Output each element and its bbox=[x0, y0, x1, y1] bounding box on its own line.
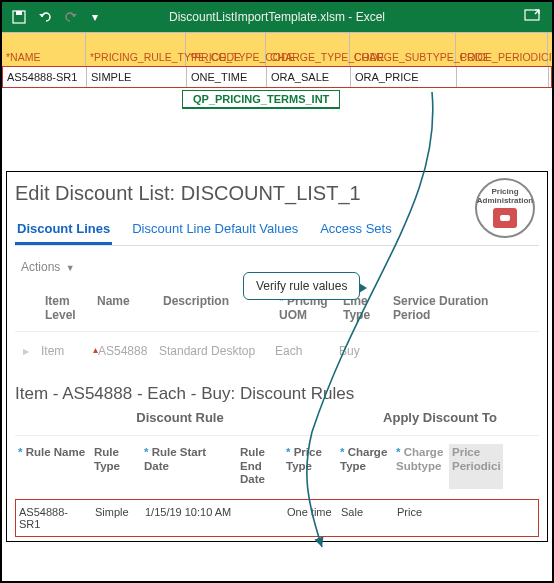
col-pricing-rule-type: *PRICING_RULE_TYPE_CODE bbox=[86, 33, 186, 66]
tab-access-sets[interactable]: Access Sets bbox=[318, 215, 394, 245]
qat-dropdown-icon[interactable]: ▾ bbox=[92, 10, 98, 24]
gc-pricing-uom: Each bbox=[271, 342, 335, 360]
excel-sheet-tabs: QP_PRICING_TERMS_INT bbox=[2, 90, 552, 109]
redo-icon[interactable] bbox=[62, 8, 80, 26]
undo-icon[interactable] bbox=[36, 8, 54, 26]
actions-label: Actions bbox=[21, 260, 60, 274]
excel-titlebar: ▾ DiscountListImportTemplate.xlsm - Exce… bbox=[2, 2, 552, 32]
rh-charge-subtype: * Charge Subtype bbox=[393, 444, 449, 489]
excel-data-row[interactable]: AS54888-SR1 SIMPLE ONE_TIME ORA_SALE ORA… bbox=[2, 66, 552, 88]
page-title: Edit Discount List: DISCOUNT_LIST_1 bbox=[15, 182, 539, 205]
verify-callout: Verify rule values bbox=[243, 272, 360, 300]
cell-charge-subtype[interactable]: ORA_PRICE bbox=[351, 67, 457, 87]
lines-grid-row[interactable]: ▸ Item ▴AS54888 Standard Desktop Each Bu… bbox=[15, 332, 539, 370]
col-charge-type: CHARGE_TYPE_CODE bbox=[266, 33, 350, 66]
sheet-tab-qp-pricing-terms[interactable]: QP_PRICING_TERMS_INT bbox=[182, 90, 340, 109]
cell-price-periodicity[interactable] bbox=[457, 67, 549, 87]
rh-rule-type: Rule Type bbox=[91, 444, 141, 489]
rh-rule-start-date: * Rule Start Date bbox=[141, 444, 237, 489]
sh-discount-rule: Discount Rule bbox=[15, 410, 265, 425]
cell-pricing-rule-type[interactable]: SIMPLE bbox=[87, 67, 187, 87]
gc-line-type: Buy bbox=[335, 342, 385, 360]
rc-rule-start-date: 1/15/19 10:10 AM bbox=[142, 504, 238, 532]
tab-discount-lines[interactable]: Discount Lines bbox=[15, 215, 112, 245]
gc-item-level: Item bbox=[37, 342, 89, 360]
rh-rule-name: * Rule Name bbox=[15, 444, 91, 489]
chevron-down-icon: ▼ bbox=[66, 263, 75, 273]
expand-col bbox=[15, 292, 41, 325]
rh-price-type: * Price Type bbox=[283, 444, 337, 489]
excel-column-headers: *NAME *PRICING_RULE_TYPE_CODE *PRICE_TYP… bbox=[2, 32, 552, 66]
gc-name: ▴AS54888 bbox=[89, 342, 155, 360]
svg-rect-1 bbox=[16, 11, 22, 15]
col-price-type: *PRICE_TYPE_CODE bbox=[186, 33, 266, 66]
col-name: *NAME bbox=[2, 33, 86, 66]
cell-name[interactable]: AS54888-SR1 bbox=[3, 67, 87, 87]
cell-charge-type[interactable]: ORA_SALE bbox=[267, 67, 351, 87]
rc-price-periodicity bbox=[450, 504, 504, 532]
gc-service-duration bbox=[385, 342, 505, 360]
rc-rule-end-date bbox=[238, 504, 284, 532]
rc-charge-type: Sale bbox=[338, 504, 394, 532]
cell-price-type[interactable]: ONE_TIME bbox=[187, 67, 267, 87]
rc-price-type: One time bbox=[284, 504, 338, 532]
rc-charge-subtype: Price bbox=[394, 504, 450, 532]
pricing-admin-icon bbox=[493, 208, 517, 228]
col-price-periodicity: PRICE_PERIODICITY bbox=[456, 33, 548, 66]
rc-rule-name: AS54888-SR1 bbox=[16, 504, 92, 532]
expand-icon[interactable]: ▸ bbox=[15, 342, 37, 360]
rules-sub-headers: Discount Rule Apply Discount To bbox=[15, 410, 539, 425]
col-charge-subtype: CHARGE_SUBTYPE_CODE bbox=[350, 33, 456, 66]
rh-price-periodicity: Price Periodici bbox=[449, 444, 503, 489]
excel-window-title: DiscountListImportTemplate.xlsm - Excel bbox=[169, 10, 385, 24]
rh-rule-end-date: Rule End Date bbox=[237, 444, 283, 489]
gc-description: Standard Desktop bbox=[155, 342, 271, 360]
badge-line2: Administration bbox=[477, 197, 533, 206]
webapp-panel: Pricing Administration Edit Discount Lis… bbox=[6, 171, 548, 542]
excel-quick-access: ▾ bbox=[2, 8, 98, 26]
save-icon[interactable] bbox=[10, 8, 28, 26]
webapp-tabs: Discount Lines Discount Line Default Val… bbox=[15, 215, 539, 246]
gh-service-duration: Service Duration Period bbox=[389, 292, 509, 325]
discount-rules-section-title: Item - AS54888 - Each - Buy: Discount Ru… bbox=[15, 384, 539, 404]
rules-grid-header: * Rule Name Rule Type * Rule Start Date … bbox=[15, 435, 539, 489]
rh-charge-type: * Charge Type bbox=[337, 444, 393, 489]
rules-grid-row[interactable]: AS54888-SR1 Simple 1/15/19 10:10 AM One … bbox=[15, 499, 539, 537]
sh-apply-to: Apply Discount To bbox=[265, 410, 525, 425]
pricing-admin-badge[interactable]: Pricing Administration bbox=[475, 178, 535, 238]
ribbon-display-icon[interactable] bbox=[524, 9, 552, 26]
rc-rule-type: Simple bbox=[92, 504, 142, 532]
tab-discount-line-defaults[interactable]: Discount Line Default Values bbox=[130, 215, 300, 245]
gh-name: Name bbox=[93, 292, 159, 325]
gh-item-level: Item Level bbox=[41, 292, 93, 325]
